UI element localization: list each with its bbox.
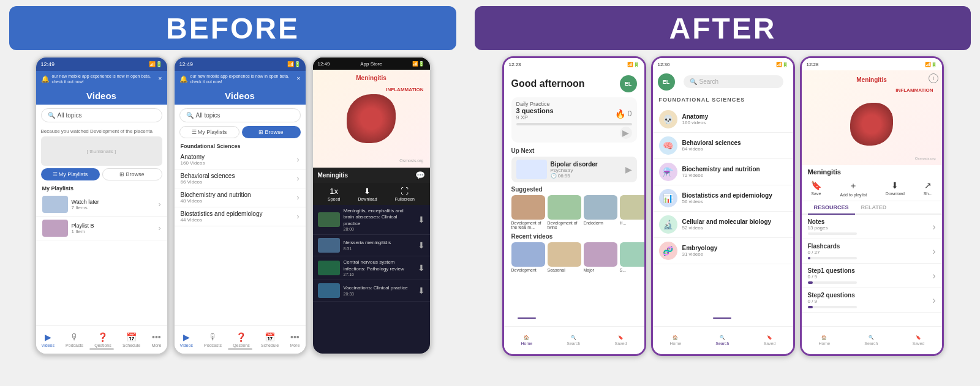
after-nav-search-1[interactable]: 🔍 Search [567,335,580,346]
recent-item-3[interactable]: Major [584,242,617,272]
sugg-item-2[interactable]: Development of twins [548,195,581,229]
nav-videos-1[interactable]: ▶ Videos [42,332,55,347]
nav-questions-2[interactable]: ❓ Qestions [233,332,250,347]
sugg-item-3[interactable]: Endoderm [584,195,617,229]
after-nav-saved-1[interactable]: 🔖 Saved [615,335,627,346]
nav-more-2[interactable]: ••• More [290,332,300,347]
search-nav-icon-3: 🔍 [869,335,874,340]
after-time-3: 12:28 [807,62,819,67]
tab-browse-2[interactable]: ⊞ Browse [242,126,301,138]
video-dur-1: 28:00 [344,227,414,231]
download-icon-3[interactable]: ⬇ [418,263,425,273]
more-icon-2: ••• [290,332,300,342]
download-btn-3b[interactable]: ⬇ Download [886,180,905,197]
download-icon-2[interactable]: ⬇ [418,240,425,250]
step2-row-3[interactable]: Step2 questions 0 / 9 › [802,288,942,313]
nav-podcasts-1[interactable]: 🎙 Podcasts [66,332,83,347]
chat-icon-3[interactable]: 💬 [415,171,425,180]
topic-biochem-after[interactable]: ⚗️ Biochemistry and nutrition 72 videos [653,159,793,185]
sugg-item-4[interactable]: H... [620,195,644,229]
recent-item-2[interactable]: Seasonal [548,242,581,272]
step1-row-3[interactable]: Step1 questions 0 / 9 › [802,264,942,288]
action-icons-3: 🔖 Save ＋ Add to playlist ⬇ Download ↗ Sh… [802,177,942,201]
add-playlist-btn-3[interactable]: ＋ Add to playlist [840,180,867,197]
related-tab-3[interactable]: RELATED [855,201,893,213]
recent-item-1[interactable]: Development [511,242,545,272]
play-btn-1[interactable]: ▶ [620,127,632,139]
tab-my-playlists-1[interactable]: ☰ My Playlists [41,168,100,180]
osmosis-label-3: Osmosis.org [399,158,423,163]
topic-embryology-after[interactable]: 🧬 Embryology 31 videos [653,238,793,264]
sugg-thumb-2 [548,195,581,220]
resources-tab-3[interactable]: RESOURCES [808,201,855,215]
playlist-item-2[interactable]: Playlist B 1 Item › [36,217,167,240]
after-nav-home-2[interactable]: 🏠 Home [670,335,682,346]
playlist-icon-1: ☰ [53,171,58,177]
playlist-item-1[interactable]: Watch later 7 Items › [36,193,167,217]
up-next-card-1[interactable]: Bipolar disorder Psychiatry 🕐 06:55 ▶ [511,157,637,182]
detail-brain-3: Meningitis INFLAMMATION Osmosis.org i [802,70,942,165]
topic-biostats-after[interactable]: 📊 Biostatistics and epidemiology 56 vide… [653,185,793,212]
nav-videos-2[interactable]: ▶ Videos [180,332,193,347]
tab-browse-1[interactable]: ⊞ Browse [102,168,162,180]
nav-podcasts-2[interactable]: 🎙 Podcasts [204,332,222,347]
search-bar-2[interactable]: 🔍 All topics [179,108,301,122]
daily-xp-1: 9 XP [516,114,554,121]
flashcards-row-3[interactable]: Flashcards 0 / 27 › [802,239,942,264]
info-btn-3[interactable]: i [929,73,938,83]
topic-behavioral-after[interactable]: 🧠 Behavioral sciences 84 videos [653,133,793,159]
close-icon-2[interactable]: ✕ [296,76,301,82]
after-status-3: 12:28 📶🔋 [802,58,942,70]
after-nav-saved-2[interactable]: 🔖 Saved [764,335,776,346]
recent-label-1: Recent videos [504,231,644,241]
nav-schedule-2[interactable]: 📅 Schedule [261,332,279,347]
video-item-3[interactable]: Central nervous system infections: Patho… [313,256,430,280]
topic-anatomy-after[interactable]: 💀 Anatomy 160 videos [653,106,793,133]
topic-anatomy-2[interactable]: Anatomy 160 Videos › [175,150,306,169]
topic-behavioral-2[interactable]: Behavioral sciences 66 Videos › [175,169,306,188]
after-signal-3: 📶🔋 [925,62,937,67]
play-next-btn-1[interactable]: ▶ [625,165,632,174]
sugg-item-1[interactable]: Development of the fetal m... [511,195,545,229]
fullscreen-btn-3[interactable]: ⛶ Fullscreen [395,187,415,201]
recent-item-4[interactable]: S... [620,242,644,272]
share-btn-3[interactable]: ↗ Sh... [924,180,932,197]
video-item-1[interactable]: Meningitis, encephalitis and brain absce… [313,205,430,235]
after-nav-home-1[interactable]: 🏠 Home [521,335,533,346]
after-phone-2: 12:30 📶🔋 EL 🔍 Search FOUNDATIONAL SCIENC… [651,56,795,356]
after-nav-search-3[interactable]: 🔍 Search [864,335,878,346]
topic-biochem-2[interactable]: Biochemistry and nutrition 48 Videos › [175,188,306,207]
playlists-label-1: My Playlists [36,183,167,193]
header-title-1: Videos [86,91,116,101]
clock-icon-1: 🕐 [551,173,558,179]
recent-thumb-1 [511,242,545,267]
playlist-icon-2: ☰ [192,129,197,135]
notes-row-3[interactable]: Notes 13 pages › [802,215,942,239]
nav-more-1[interactable]: ••• More [151,332,161,347]
time-3: 12:49 [318,61,330,67]
video-item-4[interactable]: Vaccinations: Clinical practice 20:33 ⬇ [313,280,430,302]
close-icon-1[interactable]: ✕ [158,76,162,82]
topic-cellular-after[interactable]: 🔬 Cellular and molecular biology 52 vide… [653,212,793,238]
search-input-2[interactable]: 🔍 Search [684,75,783,88]
download-icon-4[interactable]: ⬇ [418,286,425,295]
video-item-2[interactable]: Neisseria meningitidis 8:31 ⬇ [313,235,430,256]
search-bar-1[interactable]: 🔍 All topics [41,108,162,122]
nav-schedule-1[interactable]: 📅 Schedule [123,332,140,347]
after-nav-saved-3[interactable]: 🔖 Saved [913,335,925,346]
download-btn-3[interactable]: ⬇ Download [358,187,377,201]
speed-btn-3[interactable]: 1x Speed [328,187,340,201]
playlist-thumb-1 [42,196,68,213]
topic-biostats-2[interactable]: Biostatistics and epidemiology 44 Videos… [175,207,306,226]
upnext-sub-1: Psychiatry [551,168,598,173]
before-phone-1: 12:49 📶🔋 🔔 our new mobile app experience… [35,56,168,355]
tab-my-playlists-2[interactable]: ☰ My Playlists [179,126,239,138]
save-btn-3[interactable]: 🔖 Save [811,180,821,197]
download-icon-1[interactable]: ⬇ [418,215,425,225]
nav-questions-1[interactable]: ❓ Qestions [94,332,111,347]
after-nav-home-3[interactable]: 🏠 Home [819,335,831,346]
sugg-thumb-4 [620,195,644,220]
title-bar-3: Meningitis 💬 [313,168,430,183]
after-nav-search-2[interactable]: 🔍 Search [715,335,729,346]
tabs-row-1: ☰ My Playlists ⊞ Browse [41,168,162,180]
